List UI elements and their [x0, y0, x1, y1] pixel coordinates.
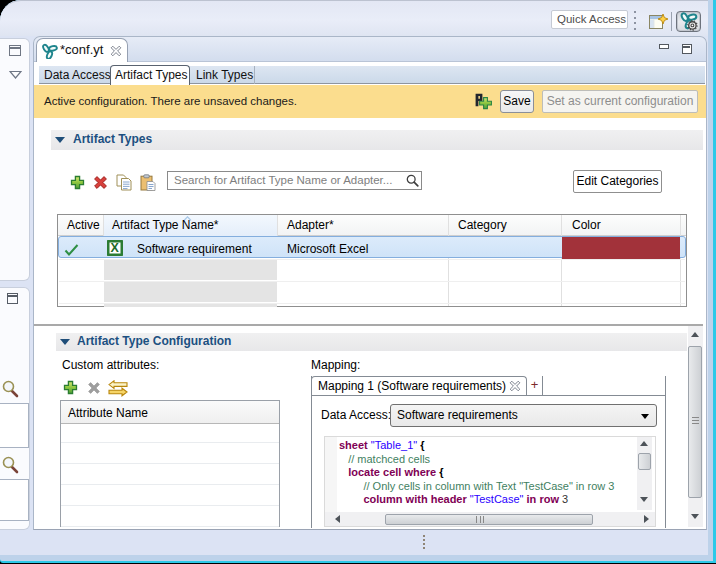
svg-text:X: X [110, 241, 119, 255]
